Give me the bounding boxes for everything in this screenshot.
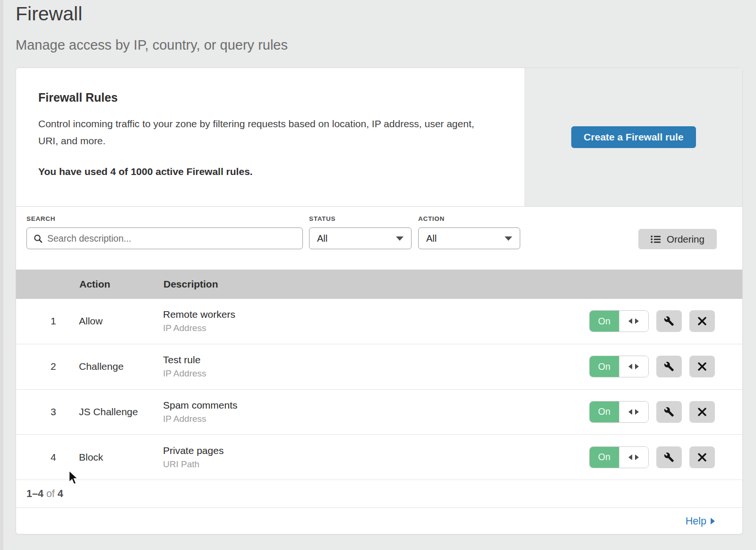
rule-enabled-toggle[interactable]: On <box>589 310 649 332</box>
rule-action: Allow <box>79 315 163 327</box>
wrench-icon <box>664 407 674 417</box>
close-icon <box>698 317 706 325</box>
ordering-button[interactable]: Ordering <box>638 229 717 249</box>
edit-rule-button[interactable] <box>656 446 682 468</box>
firewall-page: Firewall Manage access by IP, country, o… <box>0 0 756 550</box>
toggle-handle <box>619 402 649 422</box>
ordering-list-icon <box>651 235 661 244</box>
rule-description: Spam comments <box>163 400 589 411</box>
toggle-on-label: On <box>590 356 619 377</box>
rule-field: IP Address <box>163 323 589 333</box>
rule-description: Remote workers <box>163 309 589 320</box>
firewall-rules-table-card: SEARCH STATUS All ACTION All Ordering Ac… <box>16 207 743 534</box>
close-icon <box>698 362 706 371</box>
delete-rule-button[interactable] <box>689 446 715 468</box>
wrench-icon <box>664 316 674 326</box>
rule-field: IP Address <box>163 368 589 379</box>
card-footer: Help <box>16 507 742 534</box>
status-selected-value: All <box>317 233 327 244</box>
action-select[interactable]: All <box>418 227 520 249</box>
rule-action: Challenge <box>79 361 163 372</box>
arrow-left-icon <box>628 454 632 460</box>
rule-action: Block <box>79 452 163 463</box>
ordering-button-label: Ordering <box>667 234 704 245</box>
close-icon <box>698 408 706 416</box>
close-icon <box>698 453 706 462</box>
rule-priority: 2 <box>16 361 79 372</box>
rule-priority: 3 <box>16 406 79 418</box>
edit-rule-button[interactable] <box>656 401 682 423</box>
table-row: 3 JS Challenge Spam comments IP Address … <box>16 390 742 435</box>
window-edge <box>0 0 3 550</box>
table-header: Action Description <box>16 270 742 299</box>
toggle-handle <box>619 447 649 468</box>
rule-description: Test rule <box>163 354 589 366</box>
delete-rule-button[interactable] <box>689 310 715 332</box>
rule-enabled-toggle[interactable]: On <box>589 401 649 423</box>
toggle-on-label: On <box>590 311 619 332</box>
arrow-left-icon <box>628 409 632 415</box>
column-header-action: Action <box>79 279 163 290</box>
rule-field: URI Path <box>163 459 589 470</box>
chevron-down-icon <box>505 236 512 241</box>
search-box <box>26 227 303 249</box>
rule-description: Private pages <box>163 445 589 456</box>
pagination-status: 1–4 of 4 <box>26 480 63 507</box>
rules-list: 1 Allow Remote workers IP Address On <box>16 299 742 480</box>
table-row: 1 Allow Remote workers IP Address On <box>16 299 742 344</box>
arrow-right-icon <box>635 454 639 460</box>
arrow-left-icon <box>628 318 632 324</box>
search-input[interactable] <box>47 233 296 244</box>
pagination-total: 4 <box>58 488 63 500</box>
overview-description: Control incoming traffic to your zone by… <box>38 115 492 149</box>
toggle-handle <box>619 356 649 377</box>
pagination-range: 1–4 <box>26 488 43 500</box>
status-select[interactable]: All <box>309 227 412 249</box>
arrow-right-icon <box>635 364 639 369</box>
chevron-down-icon <box>396 236 404 241</box>
rule-priority: 1 <box>16 315 79 327</box>
wrench-icon <box>664 452 674 463</box>
toggle-on-label: On <box>590 447 619 468</box>
status-label: STATUS <box>309 215 335 222</box>
firewall-rules-overview-card: Firewall Rules Control incoming traffic … <box>16 68 743 207</box>
overview-heading: Firewall Rules <box>38 91 118 105</box>
delete-rule-button[interactable] <box>689 356 715 377</box>
table-row: 2 Challenge Test rule IP Address On <box>16 344 742 390</box>
wrench-icon <box>664 361 674 372</box>
overview-usage-note: You have used 4 of 1000 active Firewall … <box>38 166 253 177</box>
action-label: ACTION <box>418 215 445 222</box>
rule-enabled-toggle[interactable]: On <box>589 446 649 468</box>
help-link[interactable]: Help <box>686 515 715 527</box>
arrow-right-icon <box>635 409 639 415</box>
delete-rule-button[interactable] <box>689 401 715 423</box>
help-link-label: Help <box>686 515 706 527</box>
rule-action: JS Challenge <box>79 406 163 418</box>
overview-action-panel: Create a Firewall rule <box>524 68 742 206</box>
arrow-right-icon <box>635 318 639 324</box>
column-header-description: Description <box>163 279 218 290</box>
rule-field: IP Address <box>163 414 589 424</box>
table-row: 4 Block Private pages URI Path On <box>16 435 742 480</box>
action-selected-value: All <box>426 233 437 244</box>
page-subtitle: Manage access by IP, country, or query r… <box>16 37 288 53</box>
search-icon <box>34 234 43 243</box>
rule-enabled-toggle[interactable]: On <box>589 356 649 377</box>
arrow-right-icon <box>711 518 715 524</box>
toggle-on-label: On <box>590 402 619 422</box>
search-label: SEARCH <box>26 215 55 222</box>
edit-rule-button[interactable] <box>656 356 682 377</box>
page-title: Firewall <box>16 3 82 25</box>
rule-priority: 4 <box>16 452 79 463</box>
create-firewall-rule-button[interactable]: Create a Firewall rule <box>571 126 696 148</box>
toggle-handle <box>619 311 649 332</box>
arrow-left-icon <box>628 364 632 369</box>
edit-rule-button[interactable] <box>656 310 682 332</box>
pagination-of: of <box>46 488 55 500</box>
